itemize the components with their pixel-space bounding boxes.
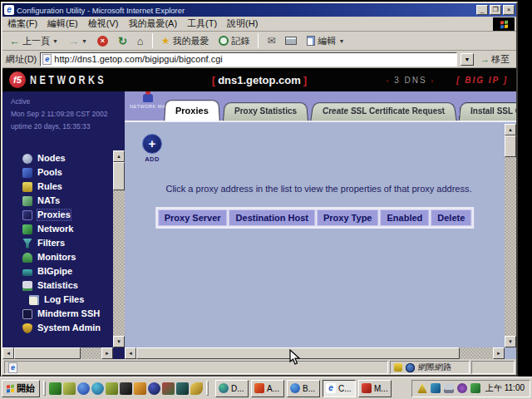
taskbar-grip[interactable] [206, 381, 209, 396]
stop-button[interactable]: × [94, 35, 111, 47]
close-button[interactable]: × [503, 5, 515, 15]
sidebar-item-filters[interactable]: Filters [2, 236, 113, 250]
edit-dropdown-icon[interactable]: ▼ [338, 38, 344, 44]
scrollbar-thumb[interactable] [14, 347, 81, 359]
task-button-4-active[interactable]: eC... [323, 380, 356, 397]
refresh-button[interactable]: ↻ [115, 34, 131, 48]
menu-view[interactable]: 檢視(V) [88, 17, 119, 30]
go-arrow-icon: → [480, 54, 490, 64]
scroll-down-icon[interactable]: ▼ [505, 336, 516, 347]
tray-input-method-icon[interactable] [431, 383, 441, 393]
tray-antivirus-icon[interactable] [470, 383, 480, 393]
quicklaunch-icon-10[interactable] [176, 382, 189, 395]
sidebar-item-nats[interactable]: NATs [2, 194, 113, 208]
scrollbar-thumb[interactable] [505, 135, 516, 157]
scroll-down-icon[interactable]: ▼ [113, 336, 125, 347]
quicklaunch-icon-3[interactable] [77, 382, 90, 395]
task-button-3[interactable]: B... [287, 380, 320, 397]
sidebar-item-pools[interactable]: Pools [2, 165, 113, 180]
tab-proxies[interactable]: Proxies [164, 100, 219, 121]
task-icon [219, 383, 229, 393]
edit-button[interactable]: 編輯 ▼ [303, 34, 347, 48]
scroll-right-icon[interactable]: ► [493, 347, 505, 359]
forward-button[interactable]: → ▼ [65, 34, 91, 48]
menu-tools[interactable]: 工具(T) [187, 17, 217, 30]
scroll-up-icon[interactable]: ▲ [113, 150, 125, 162]
zone-warning-icon [394, 363, 402, 372]
forward-dropdown-icon[interactable]: ▼ [81, 38, 87, 44]
mail-button[interactable]: ✉ [264, 34, 278, 47]
menu-favorites[interactable]: 我的最愛(A) [128, 17, 177, 30]
tab-install-ssl-certificate[interactable]: Install SSL Certifi [459, 102, 516, 121]
col-enabled[interactable]: Enabled [380, 209, 429, 226]
taskbar-clock[interactable]: 上午 11:00 [485, 382, 525, 394]
sidebar-item-system-admin[interactable]: System Admin [2, 321, 113, 335]
maximize-button[interactable]: ❐ [490, 5, 501, 15]
address-dropdown-button[interactable]: ▼ [461, 53, 474, 66]
add-proxy-button[interactable]: + ADD [140, 134, 165, 163]
sidebar-item-log-files[interactable]: Log Files [2, 293, 113, 307]
quicklaunch-icon-8[interactable] [148, 382, 160, 395]
history-button[interactable]: 記錄 [215, 34, 253, 48]
quicklaunch-icon-9[interactable] [162, 382, 175, 395]
taskbar-grip[interactable] [43, 381, 46, 396]
quicklaunch-icon-6[interactable] [120, 382, 132, 395]
col-proxy-server[interactable]: Proxy Server [158, 209, 228, 226]
sidebar-vertical-scrollbar[interactable]: ▲ ▼ [113, 150, 125, 347]
sidebar-item-mindterm-ssh[interactable]: Mindterm SSH [2, 307, 113, 321]
scrollbar-thumb[interactable] [113, 162, 125, 190]
print-button[interactable] [282, 36, 300, 46]
sidebar-horizontal-scrollbar[interactable]: ◄ ► [2, 347, 113, 359]
toolbar-separator [152, 33, 153, 48]
sidebar-item-proxies[interactable]: Proxies [2, 208, 113, 222]
home-button[interactable]: ⌂ [134, 34, 147, 48]
monitors-icon [22, 253, 32, 263]
title-bar[interactable]: e Configuration Utility - Microsoft Inte… [2, 3, 516, 17]
sidebar-item-bigpipe[interactable]: BIGpipe [2, 264, 113, 278]
task-button-1[interactable]: D... [215, 380, 249, 397]
tray-network-icon[interactable] [444, 383, 454, 393]
tray-app-icon[interactable] [457, 383, 467, 393]
quicklaunch-icon-5[interactable] [106, 382, 118, 395]
sidebar-item-monitors[interactable]: Monitors [2, 250, 113, 264]
quicklaunch-icon-11[interactable] [190, 382, 203, 395]
tab-proxy-statistics[interactable]: Proxy Statistics [223, 102, 308, 121]
back-button[interactable]: ← 上一頁 ▼ [6, 34, 62, 48]
minimize-button[interactable]: _ [476, 5, 488, 15]
quicklaunch-icon-7[interactable] [134, 382, 146, 395]
sidebar-item-rules[interactable]: Rules [2, 180, 113, 194]
col-proxy-type[interactable]: Proxy Type [317, 209, 379, 226]
sysadmin-icon [22, 323, 32, 333]
menu-help[interactable]: 說明(H) [227, 17, 258, 30]
quicklaunch-icon-1[interactable] [49, 382, 62, 395]
sidebar-item-network[interactable]: Network [2, 222, 113, 236]
network-icon [22, 224, 32, 234]
network-map-icon [143, 94, 153, 102]
favorites-button[interactable]: ★ 我的最愛 [158, 34, 213, 48]
start-button[interactable]: 開始 [2, 380, 40, 397]
sidebar-item-nodes[interactable]: Nodes [2, 151, 113, 165]
scroll-up-icon[interactable]: ▲ [505, 124, 516, 135]
scroll-left-icon[interactable]: ◄ [125, 347, 136, 359]
go-button[interactable]: → 移至 [477, 53, 513, 66]
tab-create-ssl-certificate-request[interactable]: Create SSL Certificate Request [310, 102, 456, 121]
scroll-right-icon[interactable]: ► [101, 347, 113, 359]
col-delete[interactable]: Delete [431, 209, 471, 226]
menu-edit[interactable]: 編輯(E) [47, 17, 78, 30]
task-button-5[interactable]: M... [358, 380, 392, 397]
quicklaunch-icon-2[interactable] [63, 382, 76, 395]
tray-volume-icon[interactable] [417, 383, 427, 393]
col-destination-host[interactable]: Destination Host [229, 209, 315, 226]
address-input[interactable]: e http://dns1.getop.com/bigipgui/bigconf… [40, 52, 457, 66]
content-vertical-scrollbar[interactable]: ▲ ▼ [505, 124, 516, 347]
menu-file[interactable]: 檔案(F) [7, 17, 37, 30]
browser-window: e Configuration Utility - Microsoft Inte… [1, 2, 518, 377]
task-button-2[interactable]: A... [251, 380, 284, 397]
scroll-left-icon[interactable]: ◄ [2, 347, 14, 359]
quick-launch-bar [49, 382, 203, 395]
network-map-button[interactable]: NETWORK MAP [130, 94, 166, 109]
back-dropdown-icon[interactable]: ▼ [52, 38, 58, 44]
content-horizontal-scrollbar[interactable]: ◄ ► [125, 347, 505, 359]
sidebar-item-statistics[interactable]: Statistics [2, 278, 113, 293]
quicklaunch-icon-4[interactable] [91, 382, 104, 395]
